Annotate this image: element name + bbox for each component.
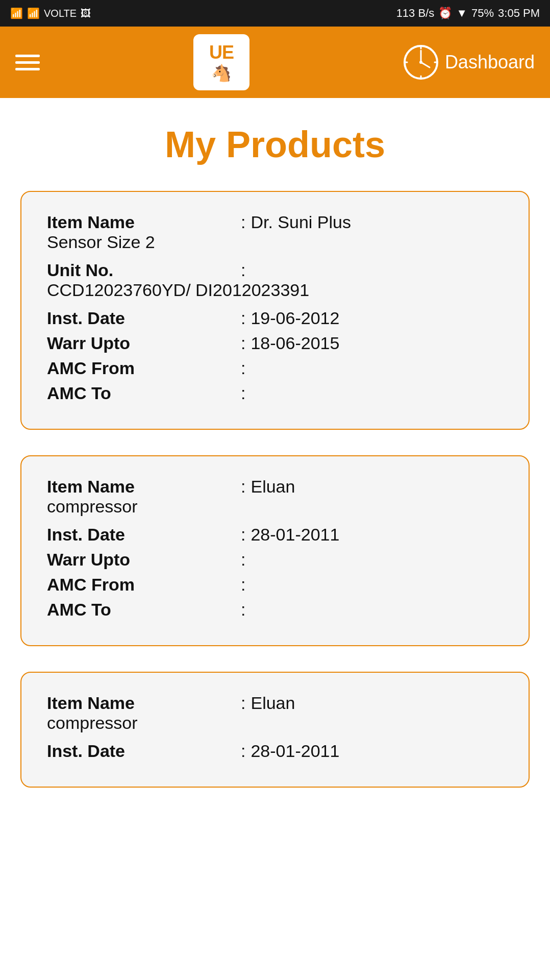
item-name-value-1: Dr. Suni Plus (251, 212, 351, 232)
amc-to-label-1: AMC To (47, 383, 241, 403)
item-name-row-2: Item Name : Eluan (47, 477, 503, 497)
svg-line-3 (421, 62, 430, 67)
dashboard-clock-icon (403, 44, 439, 80)
inst-date-row-2: Inst. Date : 28-01-2011 (47, 525, 503, 545)
warr-upto-row-2: Warr Upto : (47, 550, 503, 570)
separator-3a: : (241, 693, 245, 713)
volte-label: VOLTE (44, 8, 77, 19)
warr-upto-label-2: Warr Upto (47, 550, 241, 570)
item-name-sub-2: compressor (47, 497, 503, 517)
unit-no-row-1: Unit No. : (47, 260, 503, 280)
image-icon: 🖼 (81, 8, 91, 19)
amc-from-label-1: AMC From (47, 358, 241, 378)
logo-text: UE (209, 42, 234, 63)
hamburger-line-2 (15, 61, 40, 64)
warr-upto-value-1: 18-06-2015 (251, 333, 339, 353)
header: UE 🐴 Dashboard (0, 27, 550, 98)
product-card-1: Item Name : Dr. Suni Plus Sensor Size 2 … (20, 191, 530, 430)
separator-1f: : (241, 383, 245, 403)
item-name-value-3: Eluan (251, 693, 295, 713)
alarm-icon: ⏰ (438, 7, 452, 20)
main-content: My Products Item Name : Dr. Suni Plus Se… (0, 98, 550, 818)
amc-from-row-1: AMC From : (47, 358, 503, 378)
status-bar: 📶 📶 VOLTE 🖼 113 B/s ⏰ ▼ 75% 3:05 PM (0, 0, 550, 27)
hamburger-line-3 (15, 68, 40, 70)
amc-to-row-2: AMC To : (47, 600, 503, 620)
separator-1c: : (241, 308, 245, 328)
logo-horse-icon: 🐴 (209, 63, 234, 83)
warr-upto-row-1: Warr Upto : 18-06-2015 (47, 333, 503, 353)
separator-1e: : (241, 358, 245, 378)
status-bar-left: 📶 📶 VOLTE 🖼 (10, 7, 91, 19)
separator-2b: : (241, 525, 245, 545)
item-name-sub-1: Sensor Size 2 (47, 232, 503, 252)
item-name-sub-3: compressor (47, 713, 503, 733)
separator-1a: : (241, 212, 245, 232)
warr-upto-label-1: Warr Upto (47, 333, 241, 353)
amc-from-label-2: AMC From (47, 575, 241, 595)
amc-to-row-1: AMC To : (47, 383, 503, 403)
item-name-label-1: Item Name (47, 212, 241, 232)
separator-2a: : (241, 477, 245, 497)
hamburger-menu-button[interactable] (15, 55, 40, 70)
separator-1b: : (241, 260, 245, 280)
inst-date-value-2: 28-01-2011 (251, 525, 339, 545)
unit-no-label-1: Unit No. (47, 260, 241, 280)
time-label: 3:05 PM (498, 7, 540, 20)
status-bar-right: 113 B/s ⏰ ▼ 75% 3:05 PM (396, 7, 540, 20)
hamburger-line-1 (15, 55, 40, 57)
battery-label: 75% (471, 7, 494, 20)
app-logo[interactable]: UE 🐴 (193, 34, 249, 90)
wifi-icon: ▼ (456, 7, 467, 20)
item-name-label-3: Item Name (47, 693, 241, 713)
product-card-2: Item Name : Eluan compressor Inst. Date … (20, 455, 530, 646)
separator-2c: : (241, 550, 245, 570)
inst-date-value-1: 19-06-2012 (251, 308, 339, 328)
dashboard-link[interactable]: Dashboard (403, 44, 535, 80)
inst-date-row-3: Inst. Date : 28-01-2011 (47, 741, 503, 761)
item-name-row-1: Item Name : Dr. Suni Plus (47, 212, 503, 232)
separator-2e: : (241, 600, 245, 620)
separator-3b: : (241, 741, 245, 761)
inst-date-label-1: Inst. Date (47, 308, 241, 328)
item-name-row-3: Item Name : Eluan (47, 693, 503, 713)
inst-date-label-2: Inst. Date (47, 525, 241, 545)
amc-from-row-2: AMC From : (47, 575, 503, 595)
item-name-value-2: Eluan (251, 477, 295, 497)
product-card-3: Item Name : Eluan compressor Inst. Date … (20, 672, 530, 788)
speed-label: 113 B/s (396, 7, 435, 20)
amc-to-label-2: AMC To (47, 600, 241, 620)
separator-2d: : (241, 575, 245, 595)
signal2-icon: 📶 (27, 7, 40, 19)
inst-date-row-1: Inst. Date : 19-06-2012 (47, 308, 503, 328)
signal-icon: 📶 (10, 7, 23, 19)
inst-date-label-3: Inst. Date (47, 741, 241, 761)
unit-no-value-1: CCD12023760YD/ DI2012023391 (47, 280, 503, 300)
inst-date-value-3: 28-01-2011 (251, 741, 339, 761)
page-title: My Products (20, 124, 530, 165)
separator-1d: : (241, 333, 245, 353)
item-name-label-2: Item Name (47, 477, 241, 497)
dashboard-label: Dashboard (445, 52, 535, 73)
